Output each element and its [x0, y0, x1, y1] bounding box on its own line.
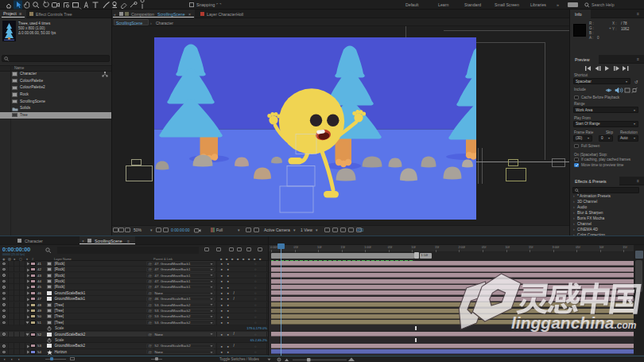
- svg-text:lingganchina.com: lingganchina.com: [511, 313, 637, 332]
